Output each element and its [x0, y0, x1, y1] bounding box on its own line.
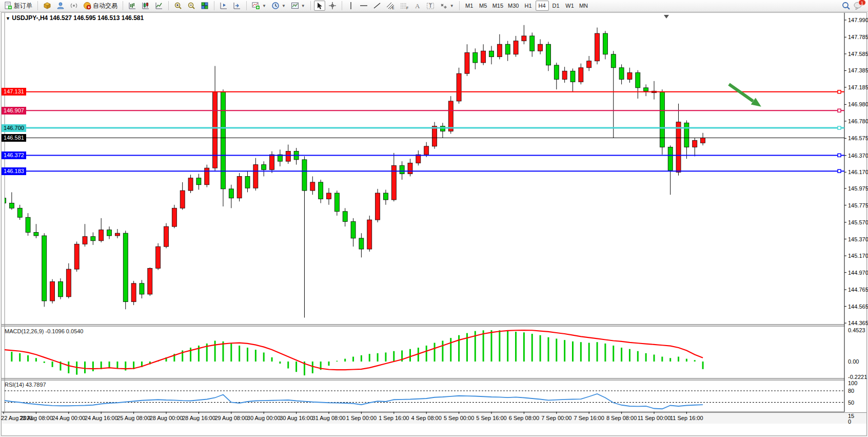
- timeframe-M1[interactable]: M1: [463, 1, 476, 11]
- text-label-tool[interactable]: T: [424, 1, 437, 11]
- price-tag-146.907: 146.907: [2, 107, 26, 115]
- horizontal-line-tool[interactable]: [358, 1, 370, 11]
- notifications-button[interactable]: 1: [854, 2, 863, 10]
- timeframe-MN[interactable]: MN: [577, 1, 590, 11]
- text-tool[interactable]: A: [412, 1, 423, 11]
- candle-body: [514, 41, 518, 54]
- candle-body: [253, 165, 258, 188]
- crosshair-tool-button[interactable]: [326, 1, 339, 11]
- candle-body: [91, 237, 95, 241]
- chart-plot[interactable]: [2, 13, 866, 435]
- channel-icon: E: [386, 2, 395, 10]
- candle-body: [148, 269, 152, 294]
- profile-button[interactable]: [54, 1, 67, 11]
- timeframe-M5[interactable]: M5: [477, 1, 490, 11]
- candle-body: [310, 182, 315, 191]
- candle-body: [693, 140, 697, 147]
- shapes-icon: [440, 2, 448, 10]
- price-axis-label: 147.990: [848, 17, 868, 23]
- timeframe-H1[interactable]: H1: [522, 1, 535, 11]
- price-axis-label: 146.780: [848, 118, 868, 124]
- timeframe-M15[interactable]: M15: [490, 1, 505, 11]
- candle-body: [570, 71, 575, 82]
- candle-body: [408, 163, 412, 174]
- timeframe-M30[interactable]: M30: [506, 1, 521, 11]
- macd-signal-line: [4, 330, 703, 370]
- candle-body: [74, 244, 79, 269]
- candle-body: [644, 88, 648, 91]
- line-chart-button[interactable]: [153, 1, 165, 11]
- price-tag-146.700: 146.700: [2, 124, 26, 132]
- price-axis-label: 146.370: [848, 153, 868, 159]
- chart-autoscroll-button[interactable]: [231, 1, 243, 11]
- tile-windows-button[interactable]: [199, 1, 211, 11]
- candle-body: [359, 238, 364, 249]
- candle-body: [2, 198, 6, 203]
- candle-body: [327, 193, 331, 199]
- timeframe-H4[interactable]: H4: [536, 1, 549, 11]
- cursor-tool-button[interactable]: [314, 1, 325, 11]
- candle-body: [522, 36, 526, 41]
- toolbar-separator: [214, 1, 214, 10]
- candle-body: [123, 233, 128, 301]
- candle-body: [156, 246, 161, 268]
- price-axis-label: 146.980: [848, 101, 868, 107]
- indicators-add-button[interactable]: ▼: [250, 1, 268, 11]
- timeframe-D1[interactable]: D1: [549, 1, 563, 11]
- rsi-line: [4, 394, 703, 409]
- zoom-in-icon: [174, 2, 182, 10]
- candle-body: [213, 92, 218, 168]
- history-cube-icon: [43, 2, 51, 10]
- rsi-axis-label: 100: [848, 380, 857, 386]
- candle-body: [221, 92, 225, 189]
- timeframe-W1[interactable]: W1: [563, 1, 577, 11]
- rsi-axis-label: 0: [848, 419, 851, 425]
- signal-icon: [70, 2, 78, 10]
- rsi-axis-label: 15: [848, 413, 854, 419]
- price-axis-label: 144.365: [848, 320, 868, 326]
- vertical-line-tool[interactable]: [345, 1, 357, 11]
- chart-ohlc-values: 146.527 146.595 146.513 146.581: [50, 14, 144, 22]
- search-icon[interactable]: [842, 2, 851, 10]
- chart-shift-marker-icon: [664, 15, 669, 18]
- candle-body: [237, 176, 242, 198]
- dropdown-arrow-icon: ▼: [450, 4, 454, 8]
- new-order-button[interactable]: 新订单: [2, 1, 34, 11]
- channel-tool[interactable]: E: [384, 1, 397, 11]
- candle-body: [432, 126, 437, 146]
- zoom-out-button[interactable]: [185, 1, 198, 11]
- text-icon: A: [414, 2, 421, 10]
- period-button[interactable]: ▼: [269, 1, 288, 11]
- autotrading-icon: [83, 2, 91, 10]
- macd-label: MACD(12,26,9) -0.1096 0.0540: [5, 328, 83, 334]
- candle-body: [83, 237, 87, 244]
- cursor-icon: [316, 2, 323, 10]
- candle-chart-button[interactable]: [140, 1, 152, 11]
- chart-window: ▼ USDJPY-,H4 146.527 146.595 146.513 146…: [1, 12, 867, 436]
- trendline-tool[interactable]: [371, 1, 383, 11]
- candle-body: [58, 282, 63, 297]
- template-button[interactable]: ▼: [289, 1, 307, 11]
- bar-chart-button[interactable]: [126, 1, 139, 11]
- price-axis-label: 145.570: [848, 219, 868, 225]
- history-center-button[interactable]: [41, 1, 53, 11]
- candle-body: [579, 68, 583, 82]
- dropdown-arrow-icon: ▼: [301, 4, 305, 8]
- candle-body: [34, 233, 38, 236]
- toolbar-separator: [37, 1, 38, 10]
- svg-text:A: A: [415, 2, 420, 10]
- shapes-tool[interactable]: ▼: [438, 1, 456, 11]
- tile-windows-icon: [201, 2, 209, 10]
- hline-handle: [838, 109, 841, 112]
- fibonacci-tool[interactable]: F: [398, 1, 411, 11]
- signal-button[interactable]: [68, 1, 80, 11]
- candle-body: [668, 147, 673, 170]
- chart-shift-button[interactable]: [218, 1, 230, 11]
- price-axis-label: 145.170: [848, 253, 868, 259]
- toolbar-separator: [123, 1, 123, 10]
- zoom-in-button[interactable]: [172, 1, 184, 11]
- auto-trading-button[interactable]: 自动交易: [81, 1, 120, 11]
- toolbar-separator: [246, 1, 247, 10]
- chart-symbol: USDJPY-,H4: [12, 14, 48, 22]
- collapse-triangle-icon[interactable]: ▼: [6, 16, 10, 21]
